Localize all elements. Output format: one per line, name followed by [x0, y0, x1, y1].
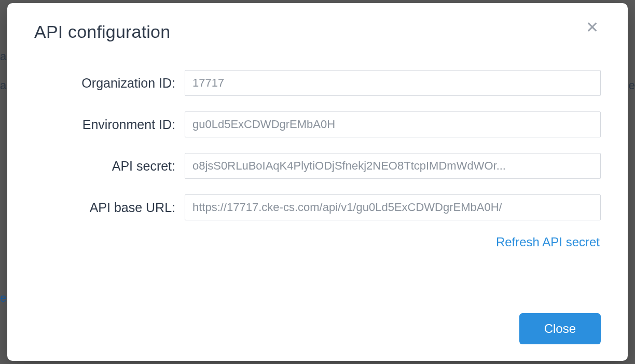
organization-id-row: Organization ID:: [34, 70, 601, 96]
environment-id-row: Environment ID:: [34, 111, 601, 137]
api-secret-row: API secret:: [34, 153, 601, 179]
close-button[interactable]: Close: [519, 313, 601, 344]
api-base-url-label: API base URL:: [34, 200, 185, 215]
api-configuration-modal: API configuration ✕ Organization ID: Env…: [7, 3, 628, 361]
close-icon[interactable]: ✕: [584, 20, 601, 35]
environment-id-input[interactable]: [185, 111, 601, 137]
api-base-url-row: API base URL:: [34, 194, 601, 220]
bg-fragment: e: [629, 79, 635, 92]
bg-fragment: e: [0, 291, 6, 305]
bg-fragment: a: [0, 79, 6, 92]
modal-title: API configuration: [34, 22, 170, 42]
modal-header: API configuration ✕: [34, 22, 601, 42]
organization-id-label: Organization ID:: [34, 76, 185, 91]
refresh-api-secret-link[interactable]: Refresh API secret: [496, 235, 600, 249]
api-secret-input[interactable]: [185, 153, 601, 179]
refresh-link-row: Refresh API secret: [34, 235, 601, 249]
api-base-url-input[interactable]: [185, 194, 601, 220]
organization-id-input[interactable]: [185, 70, 601, 96]
api-secret-label: API secret:: [34, 159, 185, 174]
modal-footer: Close: [34, 298, 601, 344]
environment-id-label: Environment ID:: [34, 117, 185, 132]
bg-fragment: a: [0, 50, 6, 63]
